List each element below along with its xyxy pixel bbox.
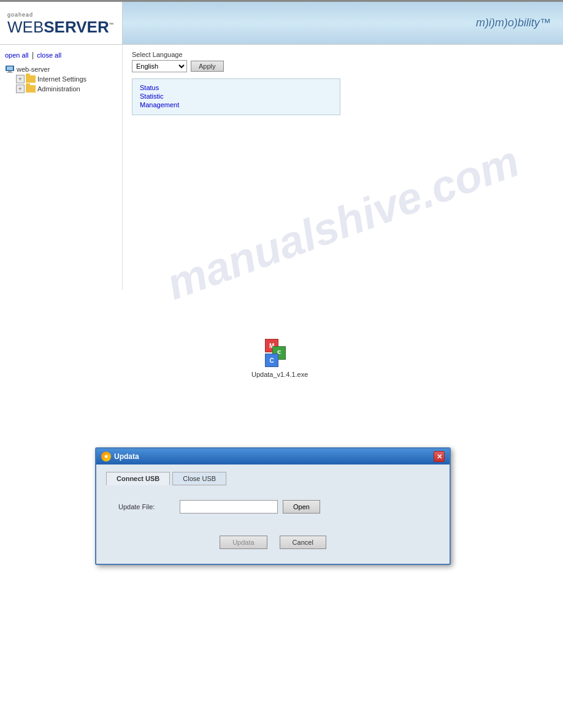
dialog-body: Connect USB Close USB Update File: Open … (96, 464, 450, 564)
nav-panel: Status Statistic Management (132, 78, 340, 115)
server-part: SERVER (44, 18, 109, 36)
management-link[interactable]: Management (140, 101, 332, 108)
apply-button[interactable]: Apply (191, 61, 224, 72)
dialog-title-icon: ★ (101, 452, 111, 461)
dialog-form-row: Update File: Open (106, 495, 440, 518)
file-name: Updata_v1.4.1.exe (251, 371, 308, 378)
open-button[interactable]: Open (283, 500, 320, 514)
sidebar-item-internet-settings[interactable]: + Internet Settings (16, 74, 117, 84)
language-select[interactable]: English German French Spanish (132, 60, 187, 72)
folder-icon-internet (26, 75, 36, 83)
open-all-link[interactable]: open all (5, 51, 29, 59)
desktop-area: M F C Updata_v1.4.1.exe (0, 302, 563, 425)
folder-icon-admin (26, 85, 36, 93)
statistic-link[interactable]: Statistic (140, 93, 332, 100)
connect-usb-tab[interactable]: Connect USB (106, 472, 170, 485)
internet-settings-label: Internet Settings (37, 75, 86, 83)
close-usb-tab[interactable]: Close USB (172, 472, 226, 485)
status-link[interactable]: Status (140, 84, 332, 91)
language-section: Select Language English German French Sp… (132, 51, 554, 72)
language-row: English German French Spanish Apply (132, 60, 554, 72)
updata-button[interactable]: Updata (220, 536, 267, 549)
expand-icon-admin[interactable]: + (16, 85, 25, 93)
tree-root: web-server (5, 64, 117, 74)
header: goahead WEBSERVER™ m)i)m)o)bility™ (0, 2, 563, 45)
mimobility-logo: m)i)m)o)bility™ (476, 17, 551, 29)
dialog-title-left: ★ Updata (101, 452, 139, 461)
mfc-icon: M F C (265, 339, 294, 368)
right-panel: Select Language English German French Sp… (123, 45, 563, 290)
sidebar-item-administration[interactable]: + Administration (16, 84, 117, 94)
language-label: Select Language (132, 51, 554, 58)
separator: | (32, 51, 34, 59)
web-part: WEB (7, 18, 44, 36)
webserver-label: WEBSERVER™ (7, 19, 115, 35)
sidebar: open all | close all web-server + Intern… (0, 45, 123, 290)
svg-rect-2 (8, 71, 12, 72)
expand-icon-internet[interactable]: + (16, 75, 25, 83)
administration-label: Administration (37, 85, 80, 93)
updata-dialog: ★ Updata ✕ Connect USB Close USB Update … (95, 447, 451, 565)
goahead-label: goahead (7, 12, 115, 18)
dialog-title-text: Updata (114, 452, 139, 461)
main-content: open all | close all web-server + Intern… (0, 45, 563, 290)
tree-children: + Internet Settings + Administration (16, 74, 117, 94)
dialog-close-button[interactable]: ✕ (434, 451, 445, 462)
dialog-titlebar: ★ Updata ✕ (96, 449, 450, 464)
logo-area: goahead WEBSERVER™ (0, 2, 123, 44)
update-file-input[interactable] (180, 500, 278, 514)
mfc-c-block: C (265, 354, 278, 367)
svg-rect-1 (7, 67, 13, 70)
file-icon-area[interactable]: M F C Updata_v1.4.1.exe (251, 339, 308, 378)
sidebar-links: open all | close all (5, 51, 117, 59)
update-file-label: Update File: (118, 503, 180, 510)
cancel-button[interactable]: Cancel (280, 536, 326, 549)
computer-icon (5, 66, 15, 73)
close-all-link[interactable]: close all (37, 51, 61, 59)
tree-root-label: web-server (17, 66, 50, 73)
dialog-tabs: Connect USB Close USB (106, 472, 440, 485)
trademark: ™ (109, 22, 114, 28)
svg-rect-3 (7, 72, 13, 73)
dialog-buttons: Updata Cancel (106, 531, 440, 554)
header-banner: m)i)m)o)bility™ (123, 2, 563, 44)
